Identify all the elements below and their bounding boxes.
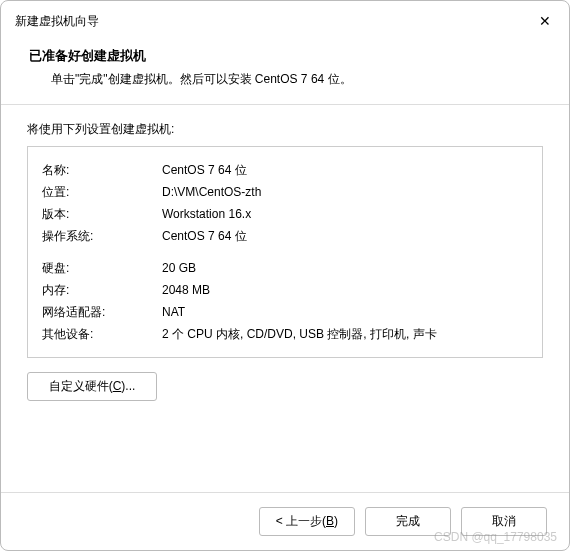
row-other: 其他设备: 2 个 CPU 内核, CD/DVD, USB 控制器, 打印机, … <box>42 323 528 345</box>
settings-panel: 名称: CentOS 7 64 位 位置: D:\VM\CentOS-zth 版… <box>27 146 543 358</box>
row-memory: 内存: 2048 MB <box>42 279 528 301</box>
finish-button[interactable]: 完成 <box>365 507 451 536</box>
row-os: 操作系统: CentOS 7 64 位 <box>42 225 528 247</box>
label-name: 名称: <box>42 159 162 181</box>
value-os: CentOS 7 64 位 <box>162 225 528 247</box>
wizard-subheading: 单击"完成"创建虚拟机。然后可以安装 CentOS 7 64 位。 <box>29 71 545 88</box>
label-version: 版本: <box>42 203 162 225</box>
value-version: Workstation 16.x <box>162 203 528 225</box>
footer: < 上一步(B) 完成 取消 CSDN @qq_17798035 <box>1 492 569 550</box>
back-button[interactable]: < 上一步(B) <box>259 507 355 536</box>
customize-hardware-button[interactable]: 自定义硬件(C)... <box>27 372 157 401</box>
value-name: CentOS 7 64 位 <box>162 159 528 181</box>
value-other: 2 个 CPU 内核, CD/DVD, USB 控制器, 打印机, 声卡 <box>162 323 528 345</box>
label-disk: 硬盘: <box>42 257 162 279</box>
value-memory: 2048 MB <box>162 279 528 301</box>
value-disk: 20 GB <box>162 257 528 279</box>
row-disk: 硬盘: 20 GB <box>42 257 528 279</box>
wizard-heading: 已准备好创建虚拟机 <box>29 47 545 65</box>
label-network: 网络适配器: <box>42 301 162 323</box>
cancel-button[interactable]: 取消 <box>461 507 547 536</box>
window-title: 新建虚拟机向导 <box>15 13 99 30</box>
label-location: 位置: <box>42 181 162 203</box>
row-network: 网络适配器: NAT <box>42 301 528 323</box>
row-location: 位置: D:\VM\CentOS-zth <box>42 181 528 203</box>
row-version: 版本: Workstation 16.x <box>42 203 528 225</box>
close-icon[interactable]: ✕ <box>535 11 555 31</box>
value-network: NAT <box>162 301 528 323</box>
settings-intro: 将使用下列设置创建虚拟机: <box>27 121 543 138</box>
value-location: D:\VM\CentOS-zth <box>162 181 528 203</box>
label-memory: 内存: <box>42 279 162 301</box>
label-other: 其他设备: <box>42 323 162 345</box>
label-os: 操作系统: <box>42 225 162 247</box>
row-name: 名称: CentOS 7 64 位 <box>42 159 528 181</box>
